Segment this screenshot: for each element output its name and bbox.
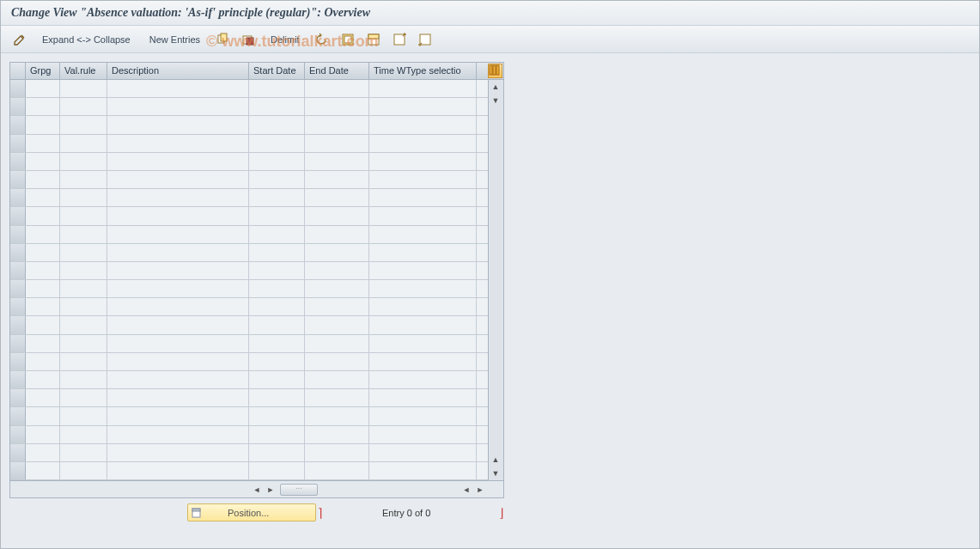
scroll-right-step-icon[interactable]: ◄	[460, 484, 472, 496]
col-header-timewtype[interactable]: Time WType selectio	[369, 63, 477, 79]
delimit-button[interactable]: Delimit	[264, 32, 307, 47]
svg-rect-3	[247, 38, 253, 45]
table-row[interactable]	[10, 371, 503, 389]
table-row[interactable]	[10, 80, 503, 98]
col-header-valrule[interactable]: Val.rule	[60, 63, 107, 79]
table-row[interactable]	[10, 462, 503, 480]
bracket-right-icon: ⌋	[499, 506, 503, 520]
table-row[interactable]	[10, 280, 503, 298]
svg-rect-12	[496, 65, 499, 75]
vertical-scrollbar[interactable]: ▲ ▼ ▲ ▼	[488, 80, 503, 480]
scroll-left-step-icon[interactable]: ►	[265, 484, 277, 496]
grid-header: Grpg Val.rule Description Start Date End…	[10, 63, 503, 80]
table-row[interactable]	[10, 135, 503, 153]
copy-icon[interactable]	[212, 31, 233, 48]
scroll-up-icon[interactable]: ▲	[489, 80, 502, 94]
table-row[interactable]	[10, 116, 503, 134]
page-title: Change View "Absence valuation: 'As-if' …	[1, 1, 979, 26]
entry-count-label: Entry 0 of 0	[382, 508, 430, 518]
toolbar: Expand <-> Collapse New Entries Delimit	[1, 26, 979, 53]
scroll-up-step-icon[interactable]: ▼	[489, 94, 502, 107]
table-row[interactable]	[10, 389, 503, 407]
table-row[interactable]	[10, 226, 503, 244]
col-header-grpg[interactable]: Grpg	[26, 63, 60, 79]
scroll-down-step-icon[interactable]: ▲	[489, 453, 502, 467]
scroll-right-icon[interactable]: ►	[474, 484, 486, 496]
select-block-icon[interactable]	[363, 31, 384, 48]
table-row[interactable]	[10, 262, 503, 280]
select-all-column[interactable]	[10, 63, 26, 79]
data-grid: Grpg Val.rule Description Start Date End…	[9, 62, 504, 498]
scroll-down-icon[interactable]: ▼	[489, 467, 502, 480]
undo-icon[interactable]	[312, 31, 332, 48]
position-icon	[192, 507, 204, 519]
svg-rect-1	[221, 34, 227, 41]
table-settings-icon[interactable]	[488, 64, 502, 78]
col-header-enddate[interactable]: End Date	[305, 63, 369, 79]
svg-rect-11	[493, 65, 496, 75]
pencil-icon[interactable]	[9, 31, 30, 48]
col-header-description[interactable]: Description	[107, 63, 249, 79]
horizontal-scrollbar[interactable]: ◄ ► ⋯ ◄ ►	[10, 480, 503, 497]
table-row[interactable]	[10, 444, 503, 462]
svg-rect-14	[192, 509, 200, 511]
svg-rect-5	[344, 36, 351, 43]
table-row[interactable]	[10, 316, 503, 334]
delete-icon[interactable]	[238, 31, 259, 48]
col-header-startdate[interactable]: Start Date	[249, 63, 305, 79]
table-row[interactable]	[10, 189, 503, 207]
table-row[interactable]	[10, 244, 503, 262]
table-row[interactable]	[10, 353, 503, 371]
table-row[interactable]	[10, 426, 503, 444]
scroll-thumb[interactable]: ⋯	[280, 484, 318, 496]
svg-rect-7	[368, 34, 379, 39]
table-row[interactable]	[10, 207, 503, 225]
position-button[interactable]: Position...	[187, 503, 316, 522]
position-label: Position...	[228, 508, 269, 518]
content-area: Grpg Val.rule Description Start Date End…	[1, 53, 979, 507]
bracket-left-icon: ⌉	[318, 506, 322, 520]
table-row[interactable]	[10, 335, 503, 353]
svg-rect-10	[490, 65, 492, 75]
footer-bar: Position... ⌉ Entry 0 of 0 ⌋	[0, 503, 980, 522]
table-row[interactable]	[10, 407, 503, 425]
table-row[interactable]	[10, 171, 503, 189]
expand-collapse-button[interactable]: Expand <-> Collapse	[35, 32, 137, 47]
grid-body	[10, 80, 503, 480]
scroll-left-icon[interactable]: ◄	[251, 484, 263, 496]
table-row[interactable]	[10, 298, 503, 316]
select-all-icon[interactable]	[338, 31, 358, 48]
table-row[interactable]	[10, 98, 503, 116]
new-entries-button[interactable]: New Entries	[143, 32, 207, 47]
deselect-all-icon[interactable]	[389, 31, 410, 48]
table-row[interactable]	[10, 153, 503, 171]
print-icon[interactable]	[415, 31, 435, 48]
